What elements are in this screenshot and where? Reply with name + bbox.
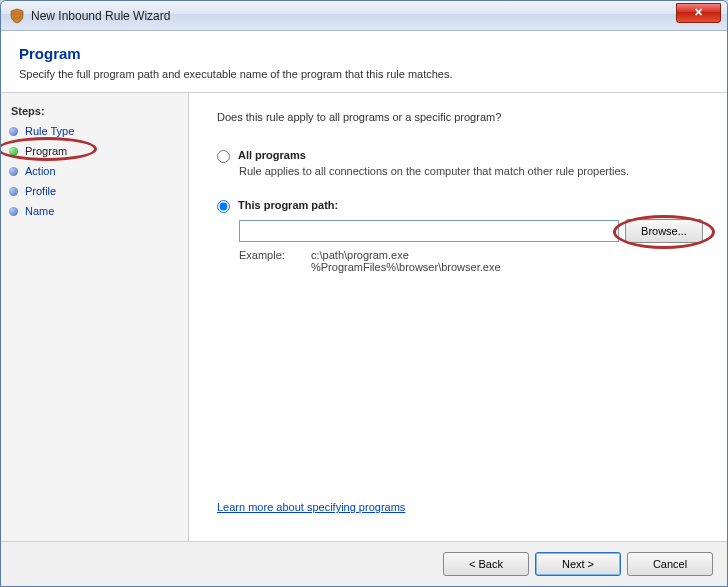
wizard-body: Steps: Rule Type Program Action Profile … (1, 93, 727, 541)
cancel-button[interactable]: Cancel (627, 552, 713, 576)
radio-this-program-path[interactable] (217, 200, 230, 213)
steps-heading: Steps: (1, 101, 188, 121)
step-bullet-icon (9, 187, 18, 196)
step-name[interactable]: Name (1, 201, 188, 221)
main-panel: Does this rule apply to all programs or … (189, 93, 727, 541)
titlebar: New Inbound Rule Wizard ✕ (1, 1, 727, 31)
step-rule-type[interactable]: Rule Type (1, 121, 188, 141)
next-button[interactable]: Next > (535, 552, 621, 576)
step-label: Rule Type (25, 125, 74, 137)
step-list: Rule Type Program Action Profile Name (1, 121, 188, 221)
step-bullet-icon (9, 207, 18, 216)
step-label: Profile (25, 185, 56, 197)
steps-sidebar: Steps: Rule Type Program Action Profile … (1, 93, 189, 541)
option-all-desc: Rule applies to all connections on the c… (239, 165, 703, 177)
firewall-icon (9, 8, 25, 24)
wizard-footer: < Back Next > Cancel (1, 541, 727, 586)
window-title: New Inbound Rule Wizard (31, 9, 676, 23)
back-button[interactable]: < Back (443, 552, 529, 576)
wizard-window: New Inbound Rule Wizard ✕ Program Specif… (0, 0, 728, 587)
step-label: Action (25, 165, 56, 177)
step-bullet-icon (9, 167, 18, 176)
wizard-header: Program Specify the full program path an… (1, 31, 727, 93)
option-path-label: This program path: (238, 199, 338, 211)
learn-more-link[interactable]: Learn more about specifying programs (213, 501, 703, 513)
option-all-label: All programs (238, 149, 306, 161)
page-title: Program (19, 45, 709, 62)
step-program[interactable]: Program (1, 141, 188, 161)
program-path-input[interactable] (239, 220, 619, 242)
example-values: c:\path\program.exe %ProgramFiles%\brows… (311, 249, 501, 273)
step-bullet-icon (9, 147, 18, 156)
question-text: Does this rule apply to all programs or … (213, 111, 703, 123)
option-all-programs: All programs Rule applies to all connect… (213, 149, 703, 177)
radio-all-programs[interactable] (217, 150, 230, 163)
page-subtitle: Specify the full program path and execut… (19, 68, 709, 80)
step-label: Program (25, 145, 67, 157)
step-profile[interactable]: Profile (1, 181, 188, 201)
step-bullet-icon (9, 127, 18, 136)
option-this-program-path: This program path: Browse... Example: c:… (213, 199, 703, 273)
browse-button[interactable]: Browse... (625, 219, 703, 243)
step-label: Name (25, 205, 54, 217)
example-label: Example: (239, 249, 311, 273)
close-button[interactable]: ✕ (676, 3, 721, 23)
close-icon: ✕ (694, 6, 703, 19)
step-action[interactable]: Action (1, 161, 188, 181)
